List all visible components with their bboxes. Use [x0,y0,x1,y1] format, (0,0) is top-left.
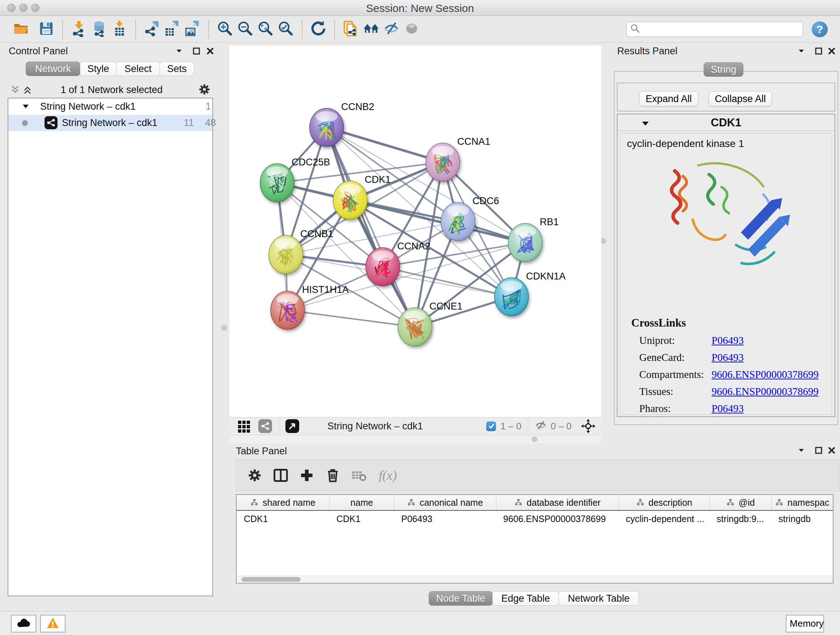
crosslink-link[interactable]: 9606.ENSP00000378699 [712,386,819,397]
network-collection-row[interactable]: String Network – cdk1 1 [8,98,212,115]
zoom-selected-button[interactable] [276,19,296,40]
horizontal-splitter-handle[interactable] [532,437,537,442]
table-row[interactable]: CDK1CDK1P064939606.ENSP00000378699cyclin… [237,511,833,527]
column-header-shared-name[interactable]: shared name [237,495,329,510]
fit-content-crosshair-icon[interactable] [581,419,595,433]
control-panel-float-button[interactable] [193,47,201,56]
column-header-canonical-name[interactable]: canonical name [394,495,496,510]
table-panel-menu-button[interactable] [797,447,805,455]
show-hidden-button[interactable] [401,19,422,40]
function-builder-icon[interactable]: f(x) [379,468,397,483]
tab-edge-table[interactable]: Edge Table [493,591,559,606]
results-panel-title: Results Panel [617,46,677,57]
tab-node-table[interactable]: Node Table [429,591,493,606]
add-column-icon[interactable] [295,463,318,487]
open-in-new-window-icon[interactable] [286,419,299,433]
zoom-in-button[interactable] [215,19,235,40]
delete-column-trash-icon[interactable] [322,463,344,487]
tab-network[interactable]: Network [26,62,80,76]
import-table-button[interactable] [109,19,129,40]
gene-card-body: cyclin-dependent kinase 1 [620,133,832,415]
gear-icon[interactable] [198,83,210,96]
table-gear-icon[interactable] [243,463,266,487]
tab-sets[interactable]: Sets [159,62,194,76]
table-cell[interactable]: cyclin-dependent ... [619,514,709,524]
share-view-icon[interactable] [258,419,272,433]
open-session-button[interactable] [11,19,31,40]
crosslink-link[interactable]: P06493 [712,352,819,363]
network-edge[interactable] [383,267,512,297]
network-node[interactable]: CCNA1 [426,136,491,181]
network-edge[interactable] [327,127,415,327]
export-network-button[interactable] [142,19,162,40]
left-splitter-handle[interactable] [221,325,227,331]
network-node[interactable]: HIST1H1A [271,284,349,329]
table-cell[interactable]: 9606.ENSP00000378699 [496,514,619,524]
crosslink-link[interactable]: 9606.ENSP00000378699 [712,369,819,380]
table-panel-float-button[interactable] [815,447,823,455]
network-node[interactable]: CDK1 [333,174,391,219]
network-edge[interactable] [287,310,415,327]
network-node[interactable]: CCNE1 [398,301,463,346]
refresh-button[interactable] [308,19,328,40]
results-panel-close-button[interactable] [828,47,836,56]
tree-expand-caret-icon[interactable] [21,102,30,113]
crosslink-link[interactable]: P06493 [712,334,819,347]
delete-table-icon[interactable] [347,463,370,487]
zoom-out-button[interactable] [235,19,256,40]
selected-nodes-checkbox[interactable] [486,421,496,431]
gene-card-header[interactable]: CDK1 [617,114,835,131]
column-header-namespac[interactable]: namespac [771,495,833,510]
export-table-button[interactable] [162,19,182,40]
column-header--id[interactable]: @id [709,495,771,510]
right-splitter-handle[interactable] [600,238,606,244]
table-cell[interactable]: P06493 [394,514,496,524]
column-header-name[interactable]: name [329,495,394,510]
network-node[interactable]: CDKN1A [494,271,566,316]
crosslink-link[interactable]: P06493 [712,402,819,415]
show-columns-icon[interactable] [270,463,292,487]
table-hscrollbar[interactable] [237,576,833,583]
column-header-description[interactable]: description [619,495,709,510]
tab-network-table[interactable]: Network Table [559,591,639,606]
expand-all-button[interactable]: Expand All [639,91,698,106]
results-panel-menu-button[interactable] [797,47,805,56]
import-network-button[interactable] [69,19,89,40]
two-houses-button[interactable] [361,19,381,40]
memory-button[interactable]: Memory [786,615,824,632]
tab-string[interactable]: String [704,62,744,77]
network-node[interactable]: CDC25B [260,157,330,202]
zoom-fit-button[interactable] [256,19,276,40]
table-panel-close-button[interactable] [828,447,836,455]
network-canvas[interactable]: CCNB2CCNA1CDC25BCDK1CDC6RB1CCNB1CCNA2CDK… [229,46,601,417]
network-node[interactable]: CCNB1 [269,228,333,274]
table-cell[interactable]: stringdb:9... [709,514,771,524]
scrollbar-thumb[interactable] [242,577,301,582]
network-node[interactable]: RB1 [508,217,559,262]
network-edge[interactable] [327,127,443,162]
network-row[interactable]: String Network – cdk1 11 48 [8,115,212,131]
export-image-button[interactable] [182,19,202,40]
warnings-button[interactable] [40,615,65,632]
horizontal-splitter[interactable] [229,435,601,443]
hierarchy-column-icon [250,497,258,508]
tab-style[interactable]: Style [80,62,117,76]
search-input[interactable] [640,24,799,35]
cloud-button[interactable] [11,615,36,632]
results-panel-float-button[interactable] [815,47,823,56]
birds-eye-grid-icon[interactable] [237,419,251,433]
control-panel-menu-button[interactable] [175,47,183,56]
table-cell[interactable]: stringdb [771,514,833,524]
table-cell[interactable]: CDK1 [237,514,329,524]
hide-selected-button[interactable] [381,19,401,40]
column-header-database-identifier[interactable]: database identifier [496,495,619,510]
import-database-button[interactable] [89,19,109,40]
table-cell[interactable]: CDK1 [329,514,394,524]
network-from-file-button[interactable] [341,19,361,40]
tab-select[interactable]: Select [116,62,160,76]
control-panel-close-button[interactable] [206,47,214,56]
save-session-button[interactable] [36,19,57,40]
collapse-all-button[interactable]: Collapse All [709,91,772,106]
column-header-label: @id [739,497,755,508]
help-button[interactable]: ? [812,21,828,37]
